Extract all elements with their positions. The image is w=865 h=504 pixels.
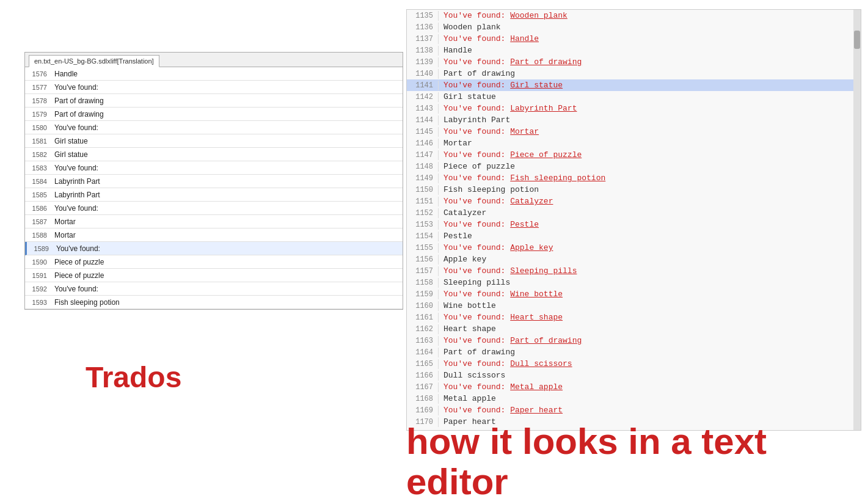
editor-row: 1142Girl statue (407, 91, 861, 103)
row-cell: You've found: (51, 203, 403, 214)
trados-row[interactable]: 1591Piece of puzzle (25, 269, 403, 282)
editor-line-content: Fish sleeping potion (439, 184, 544, 195)
editor-rows: 1135You've found: Wooden plank1136Wooden… (407, 10, 861, 428)
editor-line-number: 1138 (407, 46, 439, 56)
editor-line-content: Sleeping pills (439, 277, 515, 288)
row-cell: You've found: (53, 243, 403, 254)
row-number: 1580 (25, 123, 51, 133)
editor-row: 1150Fish sleeping potion (407, 184, 861, 195)
trados-tab[interactable]: en.txt_en-US_bg-BG.sdlxliff[Translation] (29, 55, 159, 67)
editor-line-number: 1148 (407, 162, 439, 172)
row-number: 1581 (25, 136, 51, 146)
row-number: 1585 (25, 190, 51, 200)
editor-line-number: 1152 (407, 208, 439, 218)
editor-line-number: 1147 (407, 150, 439, 160)
trados-row[interactable]: 1589You've found: (25, 242, 403, 255)
editor-row: 1167You've found: Metal apple (407, 381, 861, 393)
trados-row[interactable]: 1593Fish sleeping potion (25, 296, 403, 309)
row-number: 1587 (25, 217, 51, 227)
editor-row: 1145You've found: Mortar (407, 126, 861, 137)
trados-row[interactable]: 1580You've found: (25, 121, 403, 134)
trados-row[interactable]: 1585Labyrinth Part (25, 188, 403, 202)
editor-line-number: 1167 (407, 382, 439, 392)
editor-row: 1144Labyrinth Part (407, 114, 861, 126)
editor-line-content: Part of drawing (439, 68, 520, 79)
editor-line-content: You've found: Pestle (439, 219, 544, 230)
trados-row[interactable]: 1592You've found: (25, 282, 403, 296)
editor-line-number: 1166 (407, 371, 439, 381)
row-number: 1591 (25, 271, 51, 280)
editor-row: 1151You've found: Catalyzer (407, 195, 861, 207)
editor-row: 1136Wooden plank (407, 21, 861, 33)
editor-line-content: Wooden plank (439, 22, 506, 32)
editor-row: 1166Dull scissors (407, 370, 861, 381)
editor-line-content: Mortar (439, 138, 477, 148)
row-cell: Mortar (51, 216, 403, 227)
row-cell: Girl statue (51, 149, 403, 160)
row-number: 1589 (27, 244, 53, 254)
editor-line-content: You've found: Sleeping pills (439, 266, 582, 276)
editor-line-content: Pestle (439, 231, 477, 241)
trados-row[interactable]: 1584Labyrinth Part (25, 175, 403, 188)
row-number: 1582 (25, 150, 51, 159)
editor-row: 1138Handle (407, 45, 861, 56)
trados-row[interactable]: 1590Piece of puzzle (25, 255, 403, 269)
editor-line-content: You've found: Mortar (439, 126, 544, 137)
editor-row: 1141You've found: Girl statue (407, 79, 861, 91)
trados-row[interactable]: 1581Girl statue (25, 134, 403, 148)
editor-row: 1163You've found: Part of drawing (407, 335, 861, 346)
editor-row: 1157You've found: Sleeping pills (407, 265, 861, 277)
editor-line-content: You've found: Labyrinth Part (439, 103, 582, 114)
editor-row: 1168Metal apple (407, 393, 861, 404)
editor-line-number: 1164 (407, 348, 439, 357)
editor-line-content: Girl statue (439, 92, 501, 102)
editor-row: 1152Catalyzer (407, 207, 861, 219)
row-cell: Labyrinth Part (51, 189, 403, 200)
editor-row: 1161You've found: Heart shape (407, 312, 861, 323)
row-cell: You've found: (51, 163, 403, 173)
trados-row[interactable]: 1586You've found: (25, 202, 403, 215)
editor-line-content: You've found: Apple key (439, 243, 558, 253)
trados-row[interactable]: 1577You've found: (25, 81, 403, 94)
row-cell: Handle (51, 68, 403, 79)
trados-row[interactable]: 1587Mortar (25, 215, 403, 228)
editor-row: 1155You've found: Apple key (407, 242, 861, 254)
editor-line-number: 1135 (407, 11, 439, 21)
trados-row[interactable]: 1588Mortar (25, 228, 403, 242)
trados-row[interactable]: 1582Girl statue (25, 148, 403, 161)
editor-line-content: Handle (439, 45, 477, 56)
editor-line-number: 1162 (407, 324, 439, 334)
editor-line-number: 1157 (407, 266, 439, 276)
trados-row[interactable]: 1579Part of drawing (25, 108, 403, 121)
editor-row: 1137You've found: Handle (407, 33, 861, 45)
editor-line-number: 1146 (407, 139, 439, 148)
editor-line-number: 1158 (407, 278, 439, 288)
editor-line-number: 1145 (407, 127, 439, 137)
editor-line-content: You've found: Piece of puzzle (439, 150, 586, 160)
editor-line-number: 1142 (407, 92, 439, 102)
trados-label: Trados (86, 360, 181, 394)
editor-line-content: Wine bottle (439, 301, 501, 311)
trados-panel: en.txt_en-US_bg-BG.sdlxliff[Translation]… (24, 52, 403, 310)
editor-row: 1148Piece of puzzle (407, 161, 861, 172)
trados-tab-bar: en.txt_en-US_bg-BG.sdlxliff[Translation] (25, 53, 403, 67)
scrollbar[interactable] (853, 10, 861, 430)
editor-line-number: 1156 (407, 255, 439, 265)
editor-line-content: Catalyzer (439, 208, 491, 218)
editor-line-number: 1150 (407, 185, 439, 195)
bottom-label: how it looks in a text editor (406, 422, 767, 502)
editor-line-content: Part of drawing (439, 347, 520, 357)
editor-line-content: Metal apple (439, 393, 501, 404)
editor-line-content: Piece of puzzle (439, 161, 520, 172)
editor-line-number: 1136 (407, 23, 439, 32)
row-number: 1579 (25, 109, 51, 119)
trados-row[interactable]: 1576Handle (25, 67, 403, 81)
editor-row: 1140Part of drawing (407, 68, 861, 79)
trados-row[interactable]: 1578Part of drawing (25, 94, 403, 108)
editor-row: 1146Mortar (407, 137, 861, 149)
scrollbar-thumb[interactable] (854, 31, 860, 49)
row-number: 1577 (25, 82, 51, 92)
editor-line-number: 1165 (407, 359, 439, 369)
row-cell: Piece of puzzle (51, 270, 403, 281)
trados-row[interactable]: 1583You've found: (25, 161, 403, 175)
